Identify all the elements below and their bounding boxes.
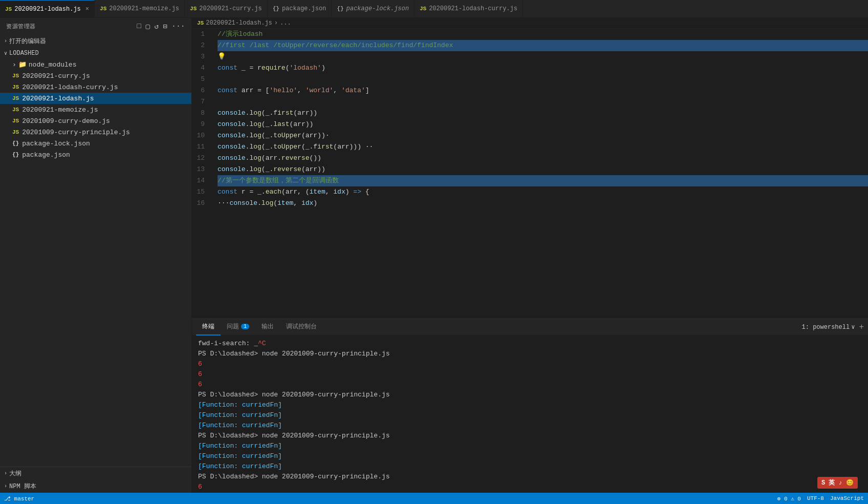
terminal-num: 6 — [198, 482, 202, 492]
breadcrumb-file-icon: JS — [197, 20, 204, 26]
terminal-dropdown[interactable]: 1: powershell ∨ — [802, 323, 855, 331]
npm-section[interactable]: › NPM 脚本 — [0, 480, 191, 493]
more-options-icon[interactable]: ··· — [171, 22, 185, 31]
main-area: 资源管理器 □ ▢ ↺ ⊟ ··· › 打开的编辑器 ∨ LODASHED — [0, 18, 868, 493]
code-token: (arr. — [262, 153, 281, 164]
terminal-text: fwd-i-search: _ — [198, 339, 258, 349]
sidebar-item-lodash[interactable]: JS 20200921-lodash.js — [0, 93, 191, 104]
terminal-area: 终端 问题 1 输出 调试控制台 1: powershell — [192, 319, 868, 493]
chevron-down-icon: ∨ — [851, 323, 855, 331]
code-line-13: console . log ( _ . reverse (arr)) — [218, 164, 868, 175]
file-label-3: 20200921-lodash.js — [22, 95, 94, 102]
code-token: console — [218, 153, 246, 164]
outline-label: 大纲 — [9, 469, 21, 478]
status-encoding: UTF-8 — [807, 495, 824, 501]
terminal-content: fwd-i-search: _ ^C PS D:\lodashed> node … — [192, 335, 868, 493]
code-token: _ — [306, 141, 310, 153]
code-line-1: //演示lodash — [218, 29, 868, 40]
code-token: . — [269, 130, 273, 141]
terminal-tab-terminal[interactable]: 终端 — [196, 319, 221, 335]
code-token: ] — [365, 85, 370, 96]
sidebar-item-memoize[interactable]: JS 20200921-memoize.js — [0, 104, 191, 115]
sidebar-footer: › 大纲 › NPM 脚本 — [0, 467, 191, 493]
code-token: toUpper — [273, 141, 301, 153]
tab-close-icon[interactable]: × — [85, 6, 89, 13]
terminal-line: PS D:\lodashed> node 20201009-curry-prin… — [198, 390, 862, 400]
code-token: ( — [273, 198, 277, 209]
terminal-line: PS D:\lodashed> node 20201009-curry-prin… — [198, 431, 862, 441]
code-line-12: console . log (arr. reverse ()) — [218, 153, 868, 164]
tab-memoize[interactable]: JS 20200921-memoize.js — [95, 0, 185, 18]
file-label-2: 20200921-lodash-curry.js — [22, 83, 118, 91]
root-folder-section[interactable]: ∨ LODASHED — [0, 48, 191, 59]
code-token: . — [269, 164, 273, 175]
terminal-num: 6 — [198, 359, 202, 369]
code-line-8: console . log ( _ . first (arr)) — [218, 108, 868, 119]
code-token: log — [249, 119, 261, 130]
code-token: , — [293, 198, 301, 209]
open-editors-section[interactable]: › 打开的编辑器 — [0, 35, 191, 48]
sidebar-item-curry-principle[interactable]: JS 20201009-curry-principle.js — [0, 127, 191, 138]
code-token: idx — [301, 198, 313, 209]
sidebar-item-curry-demo[interactable]: JS 20201009-curry-demo.js — [0, 115, 191, 127]
code-line-11: console . log ( _ . toUpper ( _ . first … — [218, 141, 868, 153]
root-folder-label: LODASHED — [9, 50, 39, 57]
code-token: , — [333, 85, 341, 96]
code-token: console — [218, 164, 246, 175]
terminal-func: [Function: curriedFn] — [198, 410, 282, 421]
sidebar-item-package-lock[interactable]: {} package-lock.json — [0, 138, 191, 149]
sidebar-item-curry[interactable]: JS 20200921-curry.js — [0, 70, 191, 81]
code-token: log — [249, 130, 261, 141]
code-token: require — [257, 62, 286, 74]
breadcrumb-more: ... — [280, 19, 291, 27]
code-line-16: ··· console . log ( item , idx ) — [218, 198, 868, 209]
terminal-line: [Function: curriedFn] — [198, 461, 862, 472]
js-icon-2: JS — [12, 84, 19, 90]
sidebar-item-node-modules[interactable]: › 📁 node_modules — [0, 59, 191, 70]
code-token: item — [277, 198, 293, 209]
tab-label: 20200921-lodash.js — [14, 6, 81, 13]
code-token: _ — [266, 119, 270, 130]
new-folder-icon[interactable]: ▢ — [145, 22, 150, 31]
code-token: console — [218, 108, 246, 119]
code-token: ( — [262, 130, 266, 141]
bulb-icon: 💡 — [218, 51, 226, 62]
sidebar-item-package[interactable]: {} package.json — [0, 149, 191, 160]
terminal-tab-output[interactable]: 输出 — [255, 319, 280, 335]
outline-section[interactable]: › 大纲 — [0, 467, 191, 480]
code-token: ) — [345, 186, 354, 198]
js-file-icon-2: JS — [100, 6, 106, 12]
code-lines[interactable]: //演示lodash //first /last /toUpper/revers… — [215, 29, 868, 319]
tab-curry[interactable]: JS 20200921-curry.js — [185, 0, 268, 18]
npm-label: NPM 脚本 — [9, 482, 36, 491]
code-token: , — [326, 186, 334, 198]
js-icon-5: JS — [12, 118, 19, 124]
code-token: idx — [333, 186, 345, 198]
chevron-right-icon: › — [4, 38, 7, 44]
code-token: 'lodash' — [289, 62, 321, 74]
code-token: _ — [266, 130, 270, 141]
corner-widget[interactable]: S 英 ♪ 😊 — [817, 477, 858, 489]
tab-package[interactable]: {} package.json — [268, 0, 332, 18]
tab-package-lock[interactable]: {} package-lock.json — [332, 0, 415, 18]
terminal-tab-debug[interactable]: 调试控制台 — [280, 319, 323, 335]
sidebar-item-lodash-curry[interactable]: JS 20200921-lodash-curry.js — [0, 81, 191, 93]
collapse-icon[interactable]: ⊟ — [163, 22, 167, 31]
code-token: log — [249, 108, 261, 119]
terminal-add-icon[interactable]: + — [859, 323, 864, 332]
chevron-right-icon-3: › — [4, 484, 7, 489]
code-token: ( — [262, 119, 266, 130]
code-token: . — [257, 198, 262, 209]
terminal-text: PS D:\lodashed> node 20201009-curry-prin… — [198, 431, 389, 441]
code-token: ( — [262, 141, 266, 153]
new-file-icon[interactable]: □ — [137, 22, 142, 31]
tab-label-5: package-lock.json — [346, 5, 409, 12]
tab-lodash-curry[interactable]: JS 20200921-lodash-curry.js — [415, 0, 523, 18]
json-file-icon: {} — [273, 6, 279, 12]
open-editors-label: 打开的编辑器 — [9, 37, 46, 46]
refresh-icon[interactable]: ↺ — [154, 22, 159, 31]
tab-label-6: 20200921-lodash-curry.js — [429, 5, 517, 12]
tab-lodash[interactable]: JS 20200921-lodash.js × — [0, 0, 95, 18]
code-token: ( — [286, 62, 290, 74]
terminal-tab-problems[interactable]: 问题 1 — [221, 319, 255, 335]
